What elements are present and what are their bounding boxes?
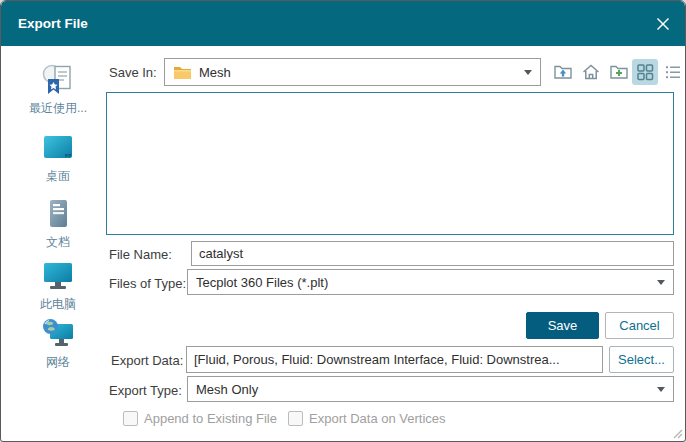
chevron-down-icon: [524, 70, 532, 75]
documents-icon: [9, 197, 107, 231]
files-of-type-label: Files of Type:: [109, 276, 186, 291]
file-name-label: File Name:: [109, 247, 172, 262]
checkbox-label: Append to Existing File: [144, 411, 277, 426]
sidebar-item-label: 桌面: [9, 168, 107, 185]
sidebar-item-desktop[interactable]: 桌面: [9, 131, 107, 185]
export-data-input[interactable]: [186, 346, 603, 373]
export-type-value: Mesh Only: [196, 382, 651, 397]
close-icon: [656, 17, 670, 31]
sidebar-item-this-pc[interactable]: 此电脑: [9, 259, 107, 313]
grid-view-button[interactable]: [632, 59, 658, 85]
recent-places-icon: [9, 63, 107, 97]
home-button[interactable]: [578, 59, 604, 85]
export-type-label: Export Type:: [109, 383, 182, 398]
desktop-icon: [9, 131, 107, 165]
checkbox-label: Export Data on Vertices: [309, 411, 446, 426]
save-button[interactable]: Save: [526, 312, 599, 339]
folder-plus-icon: [609, 62, 629, 82]
home-icon: [581, 62, 601, 82]
list-view-button[interactable]: [660, 59, 686, 85]
cancel-button[interactable]: Cancel: [605, 312, 674, 339]
this-pc-icon: [9, 259, 107, 293]
folder-icon: [173, 65, 192, 80]
sidebar-item-label: 此电脑: [9, 296, 107, 313]
title-bar: Export File: [1, 1, 685, 46]
sidebar-item-network[interactable]: 网络: [9, 317, 107, 371]
sidebar-item-label: 文档: [9, 234, 107, 251]
export-data-label: Export Data:: [111, 353, 183, 368]
checkbox-icon: [123, 411, 138, 426]
append-to-existing-file-checkbox[interactable]: Append to Existing File: [123, 411, 277, 426]
file-name-input[interactable]: [191, 241, 674, 266]
close-button[interactable]: [654, 15, 672, 33]
folder-up-icon: [553, 62, 573, 82]
checkbox-icon: [288, 411, 303, 426]
files-of-type-dropdown[interactable]: Tecplot 360 Files (*.plt): [187, 269, 674, 295]
sidebar-item-label: 最近使用...: [9, 100, 107, 117]
save-in-label: Save In:: [109, 65, 157, 80]
sidebar-item-recent[interactable]: 最近使用...: [9, 63, 107, 117]
grid-view-icon: [635, 62, 655, 82]
file-list[interactable]: [106, 92, 674, 235]
files-of-type-value: Tecplot 360 Files (*.plt): [196, 275, 651, 290]
export-data-on-vertices-checkbox[interactable]: Export Data on Vertices: [288, 411, 446, 426]
save-in-value: Mesh: [199, 65, 518, 80]
export-file-dialog: Export File 最近使用...: [0, 0, 686, 442]
list-view-icon: [663, 62, 683, 82]
dialog-title: Export File: [18, 1, 88, 46]
create-folder-button[interactable]: [606, 59, 632, 85]
network-icon: [9, 317, 107, 351]
sidebar-item-label: 网络: [9, 354, 107, 371]
sidebar-item-documents[interactable]: 文档: [9, 197, 107, 251]
chevron-down-icon: [657, 387, 665, 392]
save-in-dropdown[interactable]: Mesh: [164, 58, 541, 86]
chevron-down-icon: [657, 280, 665, 285]
resize-grip[interactable]: [671, 427, 683, 439]
up-one-level-button[interactable]: [550, 59, 576, 85]
export-type-dropdown[interactable]: Mesh Only: [187, 376, 674, 402]
select-button[interactable]: Select...: [609, 346, 674, 373]
